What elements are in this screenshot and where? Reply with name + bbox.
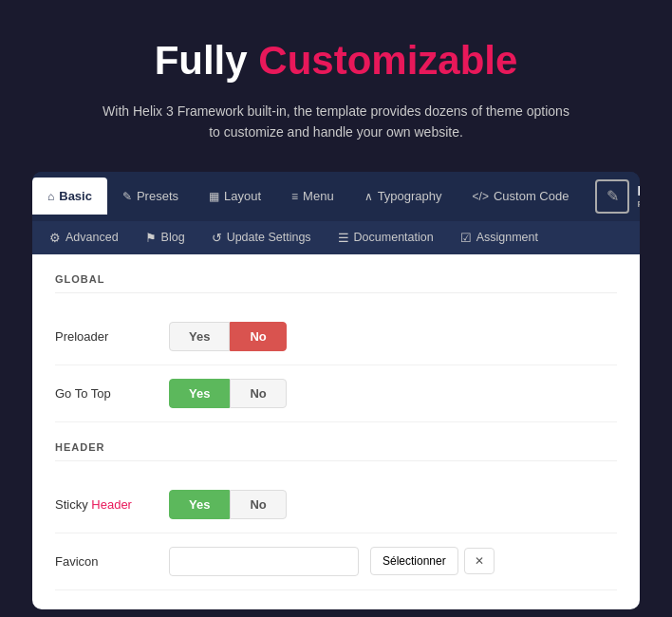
nav-bar: ⌂ Basic ✎ Presets ▦ Layout ≡ Menu ∧ Typo… [32, 172, 640, 254]
tab-basic[interactable]: ⌂ Basic [32, 178, 107, 215]
sticky-header-toggle: Yes No [169, 490, 287, 519]
tab-menu-label: Menu [303, 189, 334, 203]
tab-presets[interactable]: ✎ Presets [107, 178, 194, 215]
preloader-label: Preloader [55, 329, 169, 344]
tab-documentation[interactable]: ☰ Documentation [325, 221, 447, 254]
go-to-top-label: Go To Top [55, 386, 169, 401]
go-to-top-toggle: Yes No [169, 379, 287, 408]
tab-advanced-label: Advanced [65, 231, 119, 244]
preloader-yes-btn[interactable]: Yes [169, 322, 230, 351]
go-to-top-row: Go To Top Yes No [55, 365, 617, 422]
helix-logo: ✎ HELIX3 FRAMEWORK [584, 172, 640, 221]
tab-assignment[interactable]: ☑ Assignment [447, 221, 551, 254]
content-area: GLOBAL Preloader Yes No Go To Top Yes No… [32, 254, 640, 609]
hero-title: Fully Customizable [99, 38, 573, 84]
helix-logo-text: HELIX3 FRAMEWORK [637, 183, 640, 210]
tab-layout-label: Layout [224, 189, 261, 203]
tab-typography-label: Typography [378, 189, 442, 203]
preloader-no-btn[interactable]: No [230, 322, 286, 351]
tab-update-settings-label: Update Settings [227, 231, 311, 244]
update-icon: ↺ [212, 231, 222, 245]
layout-icon: ▦ [209, 190, 219, 203]
advanced-icon: ⚙ [49, 231, 61, 245]
tab-blog[interactable]: ⚑ Blog [132, 221, 198, 254]
code-icon: </> [473, 190, 489, 203]
menu-icon: ≡ [291, 190, 298, 203]
presets-icon: ✎ [122, 190, 132, 203]
sticky-header-no-btn[interactable]: No [230, 490, 286, 519]
tab-custom-code[interactable]: </> Custom Code [457, 178, 585, 215]
header-section: HEADER Sticky Header Yes No Favicon Séle… [55, 441, 617, 590]
go-to-top-no-btn[interactable]: No [230, 379, 286, 408]
sticky-header-yes-btn[interactable]: Yes [169, 490, 230, 519]
global-section-label: GLOBAL [55, 273, 617, 293]
typography-icon: ∧ [364, 190, 373, 203]
favicon-row: Favicon Sélectionner ✕ [55, 533, 617, 590]
nav-row-1: ⌂ Basic ✎ Presets ▦ Layout ≡ Menu ∧ Typo… [32, 172, 640, 221]
tab-assignment-label: Assignment [476, 231, 538, 244]
favicon-clear-btn[interactable]: ✕ [464, 548, 495, 574]
tab-advanced[interactable]: ⚙ Advanced [36, 221, 132, 254]
tab-basic-label: Basic [59, 189, 92, 203]
helix-logo-box: ✎ [595, 179, 629, 214]
tab-menu[interactable]: ≡ Menu [276, 178, 349, 215]
tab-custom-code-label: Custom Code [494, 189, 569, 203]
go-to-top-yes-btn[interactable]: Yes [169, 379, 230, 408]
panel-container: ⌂ Basic ✎ Presets ▦ Layout ≡ Menu ∧ Typo… [32, 172, 640, 609]
home-icon: ⌂ [47, 190, 54, 203]
hero-title-plain: Fully [155, 38, 259, 83]
tab-blog-label: Blog [161, 231, 185, 244]
nav-row-2: ⚙ Advanced ⚑ Blog ↺ Update Settings ☰ Do… [32, 221, 640, 254]
hero-subtitle: With Helix 3 Framework built-in, the tem… [99, 101, 573, 143]
hero-section: Fully Customizable With Helix 3 Framewor… [42, 0, 630, 172]
favicon-label: Favicon [55, 554, 169, 569]
header-section-label: HEADER [55, 441, 617, 461]
tab-layout[interactable]: ▦ Layout [194, 178, 276, 215]
hero-title-highlight: Customizable [258, 38, 517, 83]
blog-icon: ⚑ [145, 231, 157, 245]
tab-documentation-label: Documentation [354, 231, 434, 244]
preloader-toggle: Yes No [169, 322, 287, 351]
favicon-input[interactable] [169, 547, 359, 576]
sticky-header-row: Sticky Header Yes No [55, 477, 617, 533]
sticky-header-label: Sticky Header [55, 497, 169, 512]
tab-typography[interactable]: ∧ Typography [349, 178, 457, 215]
tab-presets-label: Presets [137, 189, 178, 203]
assignment-icon: ☑ [460, 231, 472, 245]
tab-update-settings[interactable]: ↺ Update Settings [198, 221, 325, 254]
favicon-select-btn[interactable]: Sélectionner [370, 547, 458, 575]
preloader-row: Preloader Yes No [55, 308, 617, 365]
doc-icon: ☰ [338, 231, 349, 245]
favicon-controls: Sélectionner ✕ [169, 547, 495, 576]
